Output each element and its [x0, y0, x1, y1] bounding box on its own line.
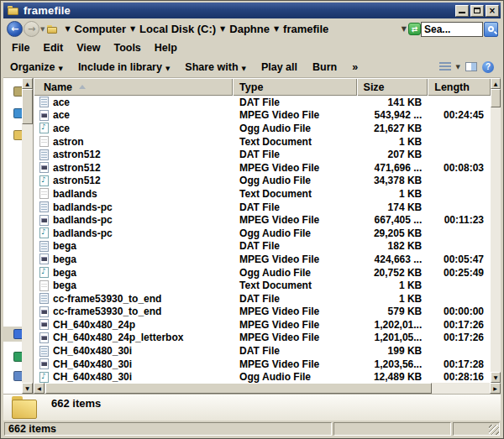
scrollbar-thumb[interactable] — [45, 383, 432, 394]
history-dropdown-icon[interactable]: ▼ — [40, 26, 45, 33]
file-size: 1 KB — [357, 293, 428, 305]
change-view-button[interactable] — [439, 62, 451, 71]
file-size: 199 KB — [357, 345, 428, 357]
file-length: 00:25:49 — [428, 267, 491, 279]
network-icon[interactable] — [13, 352, 22, 362]
column-headers: Name Type Size Length — [34, 78, 491, 96]
file-row[interactable]: astron512MPEG Video File471,696 ...00:08… — [34, 161, 491, 175]
chevron-down-icon: ▼ — [165, 65, 170, 72]
column-header-name[interactable]: Name — [34, 78, 233, 96]
breadcrumb-caret-icon[interactable]: ▼ — [65, 25, 70, 33]
back-button[interactable]: ← — [7, 21, 23, 37]
breadcrumb-item-computer[interactable]: Computer — [75, 23, 126, 35]
file-row[interactable]: cc-frame53930_to_endMPEG Video File579 K… — [34, 306, 491, 319]
column-header-length[interactable]: Length — [428, 78, 491, 96]
libraries-icon[interactable] — [13, 86, 22, 97]
breadcrumb-item-local-disk[interactable]: Local Disk (C:) — [139, 23, 216, 35]
network-place-icon[interactable] — [13, 108, 22, 118]
file-length: 00:00:00 — [428, 306, 491, 317]
file-row[interactable]: begaOgg Audio File20,752 KB00:25:49 — [34, 266, 491, 280]
search-input[interactable] — [421, 22, 483, 37]
toolbar-overflow-button[interactable]: » — [352, 61, 358, 73]
menu-edit[interactable]: Edit — [37, 39, 71, 56]
mpeg-file-icon — [39, 215, 49, 226]
share-with-button[interactable]: Share with▼ — [185, 61, 246, 73]
scroll-right-icon[interactable]: ▶ — [490, 383, 501, 394]
file-row[interactable]: CH_640x480_30iOgg Audio File12,489 KB00:… — [34, 370, 491, 383]
file-row[interactable]: CH_640x480_30iDAT File199 KB — [34, 344, 491, 358]
file-type: Text Document — [233, 136, 356, 148]
nav-pane-scrollbar[interactable]: ▲ ▼ — [22, 78, 33, 394]
file-row[interactable]: astronText Document1 KB — [34, 135, 491, 149]
breadcrumb-item-daphne[interactable]: Daphne — [229, 23, 270, 35]
column-header-size[interactable]: Size — [357, 78, 428, 96]
breadcrumb-caret-icon[interactable]: ▼ — [220, 25, 225, 33]
file-row[interactable]: begaDAT File182 KB — [34, 240, 491, 253]
file-row[interactable]: badlands-pcDAT File174 KB — [34, 201, 491, 214]
folder-icon[interactable] — [13, 130, 22, 140]
breadcrumb-caret-icon[interactable]: ▼ — [274, 25, 279, 33]
scroll-up-icon[interactable]: ▲ — [491, 78, 501, 89]
scroll-left-icon[interactable]: ◀ — [34, 383, 45, 394]
scrollbar-thumb[interactable] — [491, 89, 501, 107]
file-row[interactable]: badlands-pcMPEG Video File667,405 ...00:… — [34, 213, 491, 227]
menu-help[interactable]: Help — [148, 39, 184, 56]
file-name: bega — [53, 240, 76, 252]
preview-pane-button[interactable] — [465, 62, 477, 71]
file-list-horizontal-scrollbar[interactable]: ◀ ▶ — [34, 383, 501, 394]
file-length: 00:24:45 — [428, 109, 491, 121]
file-row[interactable]: badlandsText Document1 KB — [34, 187, 491, 201]
file-row[interactable]: CH_640x480_30iMPEG Video File1,203,56...… — [34, 358, 491, 371]
help-button[interactable]: ? — [482, 61, 494, 73]
file-row[interactable]: aceDAT File141 KB — [34, 96, 491, 109]
close-button[interactable]: × — [486, 5, 499, 17]
file-row[interactable]: aceOgg Audio File21,627 KB — [34, 122, 491, 135]
file-type: Ogg Audio File — [233, 227, 356, 239]
burn-button[interactable]: Burn — [312, 61, 337, 73]
resize-grip[interactable] — [489, 425, 499, 435]
file-row[interactable]: begaText Document1 KB — [34, 279, 491, 292]
scrollbar-thumb[interactable] — [22, 89, 33, 124]
text-file-icon — [39, 136, 49, 147]
text-file-icon — [39, 280, 49, 291]
organize-button[interactable]: Organize▼ — [10, 61, 63, 73]
file-row[interactable]: CH_640x480_24pMPEG Video File1,202,01...… — [34, 318, 491, 332]
change-view-dropdown-icon[interactable]: ▼ — [456, 64, 460, 71]
minimize-button[interactable] — [455, 5, 469, 17]
title-bar[interactable]: framefile × — [3, 3, 501, 18]
menu-view[interactable]: View — [70, 39, 107, 56]
file-list-vertical-scrollbar[interactable]: ▲ ▼ — [491, 78, 501, 383]
file-row[interactable]: astron512Ogg Audio File34,378 KB — [34, 175, 491, 188]
file-name: badlands-pc — [53, 214, 113, 226]
file-type: MPEG Video File — [233, 253, 356, 265]
column-header-type[interactable]: Type — [233, 78, 356, 96]
breadcrumb-item-framefile[interactable]: framefile — [283, 23, 328, 35]
menu-tools[interactable]: Tools — [107, 39, 147, 56]
navigation-pane[interactable] — [3, 78, 22, 383]
status-item-count: 662 items — [4, 422, 332, 436]
file-row[interactable]: aceMPEG Video File543,942 ...00:24:45 — [34, 109, 491, 123]
forward-button[interactable]: → — [24, 21, 39, 37]
scroll-up-icon[interactable]: ▲ — [22, 78, 33, 89]
search-button[interactable] — [484, 22, 498, 37]
scroll-down-icon[interactable]: ▼ — [22, 383, 33, 394]
refresh-button[interactable]: ⇄ — [408, 23, 421, 35]
maximize-button[interactable] — [470, 5, 484, 17]
breadcrumb-caret-icon[interactable]: ▼ — [130, 25, 135, 33]
file-row[interactable]: badlands-pcOgg Audio File29,205 KB — [34, 227, 491, 240]
dat-file-icon — [39, 293, 49, 304]
file-name: CH_640x480_30i — [53, 345, 132, 357]
scroll-down-icon[interactable]: ▼ — [491, 372, 501, 383]
address-dropdown-icon[interactable]: ▼ — [402, 25, 407, 33]
menu-file[interactable]: File — [5, 39, 37, 56]
file-row[interactable]: begaMPEG Video File424,663 ...00:05:47 — [34, 253, 491, 266]
file-name: cc-frame53930_to_end — [53, 293, 161, 305]
include-in-library-button[interactable]: Include in library▼ — [78, 61, 170, 73]
file-row[interactable]: CH_640x480_24p_letterboxMPEG Video File1… — [34, 332, 491, 345]
file-name: CH_640x480_30i — [53, 371, 132, 383]
file-row[interactable]: cc-frame53930_to_endDAT File1 KB — [34, 292, 491, 306]
play-all-button[interactable]: Play all — [261, 61, 297, 73]
control-panel-icon[interactable] — [13, 371, 22, 381]
computer-icon[interactable] — [13, 329, 22, 339]
file-row[interactable]: astron512DAT File207 KB — [34, 148, 491, 161]
